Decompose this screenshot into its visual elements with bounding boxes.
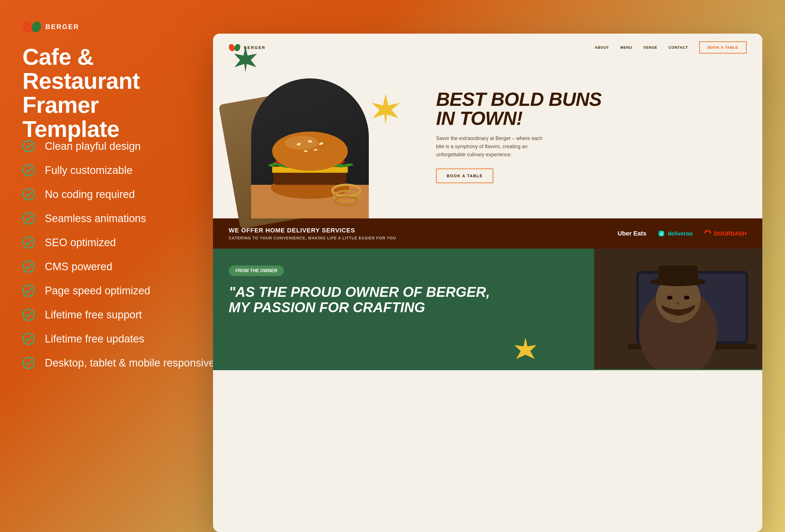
burger-arch-card	[251, 78, 369, 218]
check-icon-2	[22, 164, 35, 177]
svg-point-2	[23, 140, 34, 152]
check-icon-10	[22, 357, 35, 369]
svg-point-1	[30, 20, 42, 34]
delivery-subtitle: CATERING TO YOUR CONVENIENCE, MAKING LIF…	[229, 236, 396, 240]
preview-nav-links: ABOUT MENU VENUE CONTACT BOOK A TABLE	[595, 42, 746, 53]
feature-item-7: Page speed optimized	[22, 285, 215, 297]
owner-quote: "AS THE PROUD OWNER OF BERGER, MY PASSIO…	[229, 285, 579, 315]
svg-point-6	[23, 237, 34, 248]
check-icon-1	[22, 140, 35, 152]
ubereats-logo: Uber Eats	[618, 230, 647, 237]
svg-point-5	[23, 213, 34, 224]
owner-quote-line2: MY PASSION FOR CRAFTING	[229, 300, 425, 315]
title-heading: Cafe & Restaurant Framer Template	[22, 45, 179, 141]
svg-point-3	[23, 165, 34, 176]
logo-icon	[22, 20, 42, 34]
preview-navbar: BERGER ABOUT MENU VENUE CONTACT BOOK A T…	[213, 34, 762, 61]
owner-image-area	[594, 249, 762, 370]
nav-link-venue[interactable]: VENUE	[643, 45, 657, 50]
svg-point-20	[285, 136, 319, 150]
svg-rect-42	[659, 265, 698, 284]
feature-item-4: Seamless animations	[22, 212, 215, 224]
feature-text-8: Lifetime free support	[45, 309, 142, 321]
svg-point-10	[23, 333, 34, 344]
deliveroo-logo: d deliveroo	[657, 230, 692, 237]
check-icon-9	[22, 332, 35, 345]
preview-hero: BEST BOLD BUNS IN TOWN! Savor the extrao…	[213, 61, 762, 218]
features-list: Clean playful design Fully customizable …	[22, 140, 215, 369]
website-preview: BERGER ABOUT MENU VENUE CONTACT BOOK A T…	[213, 34, 762, 532]
star-decoration-yellow	[513, 337, 538, 362]
svg-marker-30	[234, 46, 257, 73]
hero-headline-line2: IN TOWN!	[436, 108, 523, 129]
feature-item-5: SEO optimized	[22, 236, 215, 249]
check-icon-4	[22, 212, 35, 224]
svg-point-8	[23, 285, 34, 296]
logo-area: BERGER	[22, 20, 79, 34]
title-line1: Cafe & Restaurant	[22, 44, 140, 94]
feature-item-3: No coding required	[22, 188, 215, 201]
feature-item-1: Clean playful design	[22, 140, 215, 152]
feature-text-2: Fully customizable	[45, 164, 132, 177]
starburst-yellow	[369, 92, 402, 126]
svg-point-9	[23, 309, 34, 320]
feature-text-1: Clean playful design	[45, 140, 141, 152]
title-line2: Framer Template	[22, 92, 119, 142]
nav-book-table-button[interactable]: BOOK A TABLE	[699, 42, 746, 53]
feature-text-4: Seamless animations	[45, 213, 146, 224]
nav-link-menu[interactable]: MENU	[620, 45, 632, 50]
feature-text-9: Lifetime free updates	[45, 333, 144, 345]
from-owner-badge: FROM THE OWNER	[229, 265, 284, 276]
deliveroo-icon: d	[657, 230, 665, 237]
owner-content: FROM THE OWNER "AS THE PROUD OWNER OF BE…	[213, 249, 594, 370]
svg-point-11	[23, 357, 34, 369]
feature-text-10: Desktop, tablet & mobile responsive	[45, 357, 215, 369]
owner-quote-line1: "AS THE PROUD OWNER OF BERGER,	[229, 284, 490, 300]
svg-point-7	[23, 261, 34, 272]
check-icon-8	[22, 309, 35, 321]
feature-text-6: CMS powered	[45, 261, 112, 273]
doordash-icon	[704, 230, 712, 237]
hero-headline: BEST BOLD BUNS IN TOWN!	[436, 89, 746, 128]
nav-link-about[interactable]: ABOUT	[595, 45, 609, 50]
hero-headline-line1: BEST BOLD BUNS	[436, 88, 602, 110]
delivery-text-area: WE OFFER HOME DELIVERY SERVICES CATERING…	[229, 227, 396, 240]
feature-item-10: Desktop, tablet & mobile responsive	[22, 357, 215, 369]
hero-description: Savor the extraordinary at Berger – wher…	[436, 134, 542, 158]
svg-rect-16	[274, 171, 347, 185]
logo-text: BERGER	[45, 23, 79, 31]
doordash-logo: DOORDASH	[704, 230, 746, 237]
delivery-bar: WE OFFER HOME DELIVERY SERVICES CATERING…	[213, 218, 762, 249]
starburst-green	[231, 45, 259, 73]
svg-text:d: d	[660, 232, 663, 236]
feature-text-3: No coding required	[45, 188, 135, 201]
feature-item-2: Fully customizable	[22, 164, 215, 177]
nav-link-contact[interactable]: CONTACT	[668, 45, 688, 50]
svg-point-44	[684, 296, 689, 300]
main-title: Cafe & Restaurant Framer Template	[22, 45, 179, 141]
svg-point-4	[23, 189, 34, 200]
feature-text-5: SEO optimized	[45, 237, 116, 249]
hero-book-table-button[interactable]: BOOK A TABLE	[436, 168, 493, 183]
feature-item-9: Lifetime free updates	[22, 332, 215, 345]
owner-photo	[594, 249, 762, 369]
feature-item-8: Lifetime free support	[22, 309, 215, 321]
delivery-title: WE OFFER HOME DELIVERY SERVICES	[229, 227, 396, 234]
feature-item-6: CMS powered	[22, 260, 215, 273]
feature-text-7: Page speed optimized	[45, 285, 150, 297]
hero-text: BEST BOLD BUNS IN TOWN! Savor the extrao…	[436, 78, 746, 183]
svg-marker-29	[371, 94, 400, 125]
owner-section: FROM THE OWNER "AS THE PROUD OWNER OF BE…	[213, 249, 762, 370]
check-icon-5	[22, 236, 35, 249]
svg-point-43	[667, 296, 673, 300]
svg-point-45	[677, 302, 680, 304]
delivery-logos: Uber Eats d deliveroo DOORDASH	[618, 230, 746, 237]
svg-marker-33	[514, 338, 537, 359]
check-icon-3	[22, 188, 35, 201]
check-icon-6	[22, 260, 35, 273]
check-icon-7	[22, 285, 35, 297]
